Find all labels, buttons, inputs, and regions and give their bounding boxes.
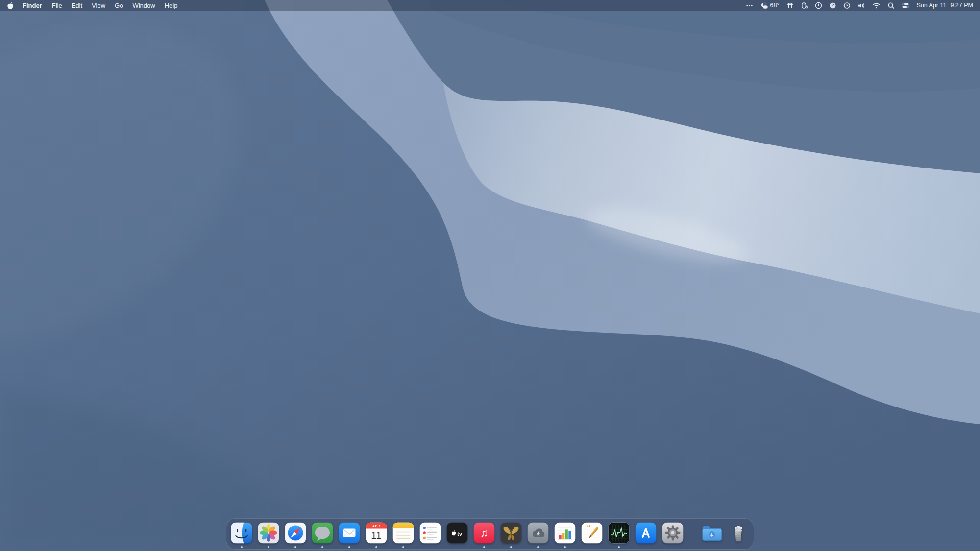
dock-item-reminders[interactable] — [419, 522, 441, 547]
menu-view[interactable]: View — [92, 2, 105, 9]
weather-temperature: 68° — [770, 2, 780, 9]
running-indicator — [294, 546, 296, 548]
mouse-keys-icon[interactable] — [801, 2, 808, 9]
dock-item-messages[interactable] — [312, 522, 333, 547]
downloads-folder-icon — [701, 522, 722, 544]
running-indicator — [564, 546, 566, 548]
dock-item-calendar[interactable]: APR 11 — [366, 522, 387, 547]
menubar-clock[interactable]: Sun Apr 119:27 PM — [917, 2, 974, 9]
calendar-day-label: 11 — [371, 529, 381, 541]
wifi-icon[interactable] — [872, 2, 881, 9]
dock-item-system-preferences[interactable] — [662, 522, 684, 547]
dock-item-activity-app[interactable] — [608, 522, 630, 547]
dock-item-butterfly-app[interactable] — [500, 522, 522, 547]
dock-item-music[interactable]: ♫ — [473, 522, 495, 547]
control-center-icon[interactable] — [902, 2, 909, 9]
menu-window[interactable]: Window — [132, 2, 155, 9]
messages-icon — [312, 522, 333, 544]
app-menu-finder[interactable]: Finder — [23, 2, 42, 9]
finder-icon — [231, 522, 252, 544]
reminders-icon — [419, 522, 441, 544]
photos-icon — [258, 522, 279, 544]
activity-waveform-icon — [608, 522, 630, 544]
running-indicator — [321, 546, 323, 548]
app-store-icon — [635, 522, 657, 544]
running-indicator — [402, 546, 404, 548]
pages-icon: “ — [581, 522, 603, 544]
butterfly-icon — [500, 522, 522, 544]
dock-item-safari[interactable] — [285, 522, 306, 547]
mail-icon — [339, 522, 360, 544]
dock: APR 11 — [226, 518, 754, 550]
dock-item-apple-tv[interactable]: tv — [446, 522, 468, 547]
apple-menu-icon[interactable] — [7, 1, 14, 10]
menu-help[interactable]: Help — [165, 2, 178, 9]
airpods-icon[interactable] — [786, 2, 794, 9]
system-preferences-gear-icon — [662, 522, 684, 544]
running-indicator — [375, 546, 377, 548]
clock-date: Sun Apr 11 — [917, 2, 947, 9]
music-note-glyph: ♫ — [480, 527, 489, 539]
cloud-star-icon — [527, 522, 549, 544]
calendar-icon: APR 11 — [366, 522, 387, 544]
spotlight-search-icon[interactable] — [887, 2, 895, 9]
apple-tv-label: tv — [457, 531, 463, 537]
dock-item-photos[interactable] — [258, 522, 279, 547]
pages-quote-glyph: “ — [587, 523, 591, 533]
volume-icon[interactable] — [858, 2, 865, 9]
apple-tv-icon: tv — [446, 522, 468, 544]
notes-icon — [392, 522, 414, 544]
weather-moon-cloud-icon[interactable]: 68° — [760, 2, 780, 9]
calendar-month-label: APR — [372, 524, 380, 527]
running-indicator — [537, 546, 539, 548]
dock-item-finder[interactable] — [231, 522, 252, 547]
dock-item-cloud-app[interactable] — [527, 522, 549, 547]
menu-go[interactable]: Go — [115, 2, 123, 9]
desktop-wallpaper — [0, 0, 980, 551]
dock-separator — [692, 522, 692, 547]
menu-bar: Finder File Edit View Go Window Help 68° — [0, 0, 980, 11]
music-icon: ♫ — [473, 522, 495, 544]
dock-item-app-store[interactable] — [635, 522, 657, 547]
time-machine-icon[interactable] — [843, 2, 851, 9]
dock-item-notes[interactable] — [392, 522, 414, 547]
dock-item-pages[interactable]: “ — [581, 522, 603, 547]
dock-item-numbers[interactable] — [554, 522, 576, 547]
power-circle-icon[interactable] — [815, 2, 822, 9]
menu-edit[interactable]: Edit — [72, 2, 82, 9]
overflow-dots-icon[interactable] — [746, 2, 753, 9]
trash-icon — [728, 522, 749, 544]
numbers-icon — [554, 522, 576, 544]
gauge-circle-icon[interactable] — [829, 2, 836, 9]
safari-icon — [285, 522, 306, 544]
running-indicator — [241, 546, 243, 548]
running-indicator — [348, 546, 350, 548]
dock-item-mail[interactable] — [339, 522, 360, 547]
dock-item-trash[interactable] — [728, 522, 749, 547]
running-indicator — [268, 546, 270, 548]
menu-file[interactable]: File — [52, 2, 62, 9]
running-indicator — [618, 546, 620, 548]
running-indicator — [510, 546, 512, 548]
dock-item-downloads-folder[interactable] — [701, 522, 722, 547]
clock-time: 9:27 PM — [950, 2, 973, 9]
running-indicator — [483, 546, 485, 548]
menubar-status-area: 68° — [739, 2, 973, 9]
